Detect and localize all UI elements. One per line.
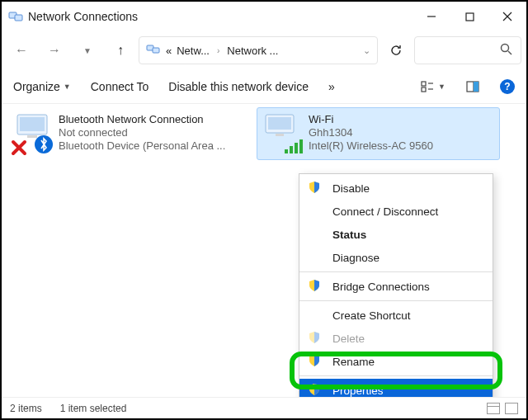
shield-icon bbox=[308, 279, 321, 295]
view-icon bbox=[420, 79, 435, 94]
help-button[interactable]: ? bbox=[500, 79, 515, 94]
shield-icon bbox=[308, 354, 321, 370]
network-icon bbox=[8, 9, 23, 24]
ctx-bridge[interactable]: Bridge Connections bbox=[299, 275, 493, 298]
adapter-name: Bluetooth Network Connection bbox=[59, 113, 225, 126]
maximize-button[interactable] bbox=[450, 2, 488, 31]
shield-icon bbox=[308, 331, 321, 347]
ctx-rename[interactable]: Rename bbox=[299, 350, 493, 373]
svg-rect-27 bbox=[290, 146, 293, 153]
adapter-list: Bluetooth Network Connection Not connect… bbox=[2, 104, 526, 163]
back-button[interactable]: ← bbox=[7, 35, 36, 65]
adapter-name: Wi-Fi bbox=[309, 113, 433, 126]
signal-bars-icon bbox=[284, 138, 305, 154]
svg-point-8 bbox=[502, 44, 509, 51]
adapter-wifi[interactable]: Wi-Fi Ghh1304 Intel(R) Wireless-AC 9560 bbox=[257, 107, 500, 160]
separator bbox=[299, 300, 493, 301]
ctx-diagnose[interactable]: Diagnose bbox=[299, 246, 493, 269]
status-bar: 2 items 1 item selected bbox=[2, 397, 526, 418]
ctx-create-shortcut[interactable]: Create Shortcut bbox=[299, 304, 493, 327]
titlebar: Network Connections bbox=[2, 2, 526, 31]
svg-rect-29 bbox=[299, 139, 303, 153]
selection-count: 1 item selected bbox=[60, 403, 127, 414]
shield-icon bbox=[308, 181, 321, 196]
svg-rect-3 bbox=[466, 13, 474, 21]
navigation-row: ← → ▼ ↑ « Netw... › Network ... ⌄ bbox=[2, 31, 526, 69]
svg-rect-26 bbox=[285, 149, 288, 153]
svg-rect-1 bbox=[15, 15, 22, 21]
minimize-button[interactable] bbox=[412, 2, 450, 31]
chevron-down-icon[interactable]: ⌄ bbox=[363, 45, 370, 56]
adapter-device: Intel(R) Wireless-AC 9560 bbox=[309, 139, 433, 153]
ctx-connect-disconnect[interactable]: Connect / Disconnect bbox=[299, 200, 493, 223]
svg-rect-28 bbox=[295, 143, 298, 153]
search-icon bbox=[500, 43, 512, 59]
disable-device-button[interactable]: Disable this network device bbox=[168, 80, 309, 93]
svg-rect-16 bbox=[474, 82, 478, 92]
breadcrumb-part[interactable]: Netw... bbox=[177, 45, 210, 57]
item-count: 2 items bbox=[10, 403, 42, 414]
network-icon bbox=[146, 44, 161, 58]
chevron-right-icon: › bbox=[214, 46, 222, 55]
adapter-device: Bluetooth Device (Personal Area ... bbox=[59, 139, 225, 153]
breadcrumb[interactable]: « Netw... › Network ... ⌄ bbox=[139, 36, 378, 64]
adapter-status: Not connected bbox=[59, 126, 225, 139]
separator bbox=[299, 375, 493, 376]
view-button[interactable]: ▼ bbox=[420, 79, 446, 94]
shield-icon bbox=[308, 383, 321, 399]
overflow-button[interactable]: » bbox=[328, 80, 335, 93]
svg-rect-24 bbox=[268, 117, 291, 130]
recent-button[interactable]: ▼ bbox=[73, 35, 102, 65]
svg-line-9 bbox=[508, 51, 512, 54]
svg-rect-11 bbox=[422, 87, 426, 92]
ctx-disable[interactable]: Disable bbox=[299, 177, 493, 200]
refresh-button[interactable] bbox=[381, 36, 411, 64]
disconnected-x-icon bbox=[11, 139, 27, 156]
large-icons-view-button[interactable] bbox=[505, 403, 518, 414]
svg-rect-18 bbox=[20, 117, 45, 131]
command-bar: Organize▼ Connect To Disable this networ… bbox=[2, 69, 526, 104]
up-button[interactable]: ↑ bbox=[106, 35, 135, 65]
separator bbox=[299, 271, 493, 272]
context-menu: Disable Connect / Disconnect Status Diag… bbox=[299, 173, 493, 405]
connect-to-button[interactable]: Connect To bbox=[91, 80, 149, 93]
ctx-status[interactable]: Status bbox=[299, 223, 493, 246]
breadcrumb-part[interactable]: Network ... bbox=[227, 45, 278, 57]
adapter-ssid: Ghh1304 bbox=[309, 126, 433, 139]
svg-rect-25 bbox=[276, 134, 284, 136]
bluetooth-icon bbox=[34, 134, 54, 154]
preview-pane-button[interactable] bbox=[465, 79, 480, 94]
svg-rect-10 bbox=[422, 82, 426, 86]
ctx-delete: Delete bbox=[299, 327, 493, 350]
forward-button[interactable]: → bbox=[40, 35, 69, 65]
search-input[interactable] bbox=[414, 36, 521, 64]
close-button[interactable] bbox=[488, 2, 526, 31]
svg-rect-7 bbox=[153, 48, 159, 53]
breadcrumb-prefix: « bbox=[166, 45, 172, 57]
details-view-button[interactable] bbox=[487, 403, 500, 414]
adapter-bluetooth[interactable]: Bluetooth Network Connection Not connect… bbox=[7, 107, 250, 160]
window-title: Network Connections bbox=[28, 10, 138, 23]
organize-menu[interactable]: Organize▼ bbox=[13, 80, 71, 93]
